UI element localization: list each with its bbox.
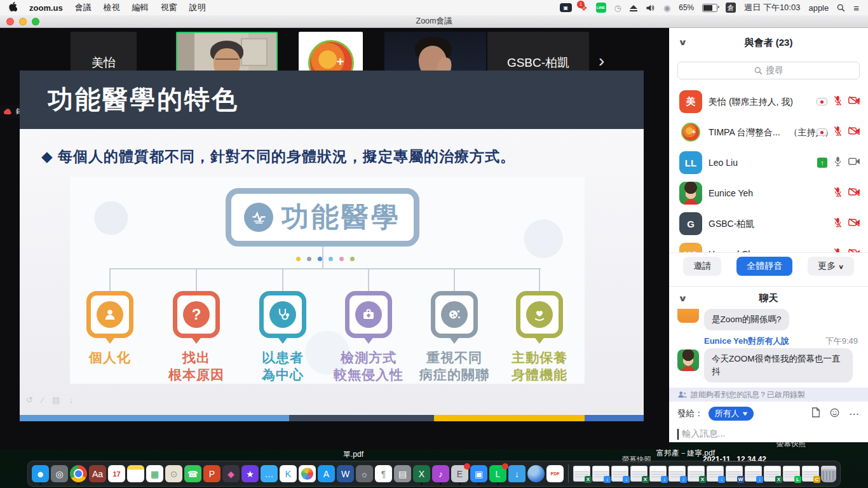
video-muted-icon[interactable] [848, 187, 860, 199]
menubar-clock[interactable]: 週日 下午10:03 [744, 2, 800, 13]
menubar-menu[interactable]: 會議 [75, 2, 92, 13]
dock-minimized-window[interactable]: X [764, 466, 781, 482]
video-muted-icon[interactable] [848, 248, 860, 253]
grid-icon[interactable]: ▤ [52, 395, 60, 405]
participants-search-input[interactable]: 搜尋 [677, 62, 860, 79]
line-status-icon[interactable]: LINE [596, 3, 606, 13]
dock-minimized-window[interactable]: ↓ [649, 466, 667, 482]
dock-minimized-window[interactable]: W [726, 466, 743, 482]
dock-dictionary-icon[interactable]: Aa [89, 465, 106, 482]
dock-notes-icon[interactable] [127, 465, 144, 482]
dock-zoom-icon[interactable]: ▣ [470, 465, 487, 482]
dock-minimized-window[interactable]: L [783, 466, 800, 482]
dock-music-icon[interactable]: ♪ [432, 465, 449, 482]
dock-minimized-window[interactable]: X [630, 466, 648, 482]
dock-minimized-window[interactable]: C [802, 466, 819, 482]
emoji-icon[interactable] [830, 408, 839, 420]
more-options-icon[interactable]: ⋯ [849, 408, 860, 420]
dock-minimized-window[interactable]: ↓ [592, 466, 609, 482]
dock-system-preferences-icon[interactable]: ☼ [356, 465, 373, 482]
dock-minimized-window[interactable]: ↓ [707, 466, 724, 482]
dock-preview-icon[interactable]: ▤ [394, 465, 411, 482]
participant-row[interactable]: 美美怡 (聯席主持人, 我) [669, 86, 868, 117]
extension-icon[interactable]: ❖1 [580, 3, 588, 13]
mute-all-button[interactable]: 全體靜音 [736, 257, 792, 276]
video-muted-icon[interactable] [848, 96, 860, 107]
dock-keynote-icon[interactable]: K [280, 465, 297, 482]
dock-minimized-window[interactable]: ↓ [745, 466, 762, 482]
dock-minimized-window[interactable]: ↓ [668, 466, 686, 482]
participant-row[interactable]: Eunice Yeh [669, 178, 868, 208]
participant-row[interactable]: HCHoward Ch [669, 239, 868, 253]
dock-finder-icon[interactable]: ☻ [32, 465, 49, 482]
collapse-chat-icon[interactable]: ∨ [678, 294, 688, 303]
video-muted-icon[interactable] [848, 218, 860, 229]
eject-icon[interactable] [630, 5, 637, 9]
notification-center-icon[interactable]: ≡ [853, 3, 859, 13]
collapse-participants-icon[interactable]: ∨ [678, 37, 688, 47]
dock-minimized-window[interactable]: X [573, 466, 590, 482]
dock-numbers-icon[interactable]: ▦ [146, 465, 163, 482]
zoom-window-button[interactable] [32, 18, 39, 25]
dock-messages-icon[interactable]: … [261, 465, 278, 482]
mic-muted-icon[interactable] [833, 217, 843, 231]
undo-icon[interactable]: ↺ [26, 395, 33, 405]
dock-textedit-icon[interactable]: ¶ [375, 465, 392, 482]
message-input[interactable]: 輸入訊息... [677, 427, 860, 441]
input-method-icon[interactable]: 倉 [726, 3, 736, 13]
menubar-menu[interactable]: 視窗 [161, 2, 177, 13]
dock-automator-icon[interactable]: ⊙ [165, 465, 182, 482]
dock-powerpoint-icon[interactable]: P [203, 465, 220, 482]
spotlight-search-icon[interactable] [837, 4, 845, 12]
attach-file-icon[interactable] [811, 407, 820, 420]
dock-app-store-icon[interactable]: A [318, 465, 335, 482]
menubar-app-name[interactable]: zoom.us [29, 3, 63, 13]
dock-photo-app-with-badge-icon[interactable]: E [451, 465, 468, 482]
desktop-file-label[interactable]: 單.pdf [328, 449, 379, 460]
dock-chrome-icon[interactable] [70, 465, 87, 482]
battery-icon[interactable] [702, 4, 717, 12]
mic-muted-icon[interactable] [833, 126, 843, 139]
participant-row[interactable]: GGSBC-柏凱 [669, 208, 868, 239]
menubar-user[interactable]: apple [808, 3, 829, 13]
participant-row[interactable]: TIMPA 台灣整合... （主持人） [669, 117, 868, 147]
dock-downloads-folder-icon[interactable]: ↓ [508, 465, 526, 482]
menubar-menu[interactable]: 檢視 [104, 2, 120, 13]
recipient-dropdown[interactable]: 所有人▼ [709, 407, 754, 421]
dock-facetime-icon[interactable]: ☎ [184, 465, 201, 482]
time-machine-icon[interactable]: ◷ [614, 3, 621, 13]
menubar-menu[interactable]: 編輯 [132, 2, 149, 13]
pen-icon[interactable]: ∕ [42, 395, 43, 405]
mic-muted-icon[interactable] [833, 187, 843, 200]
download-icon[interactable]: ↓ [69, 395, 73, 405]
dock-line-icon[interactable]: L [489, 465, 506, 482]
dock-photo-booth-icon[interactable]: ◆ [222, 465, 240, 482]
volume-icon[interactable] [646, 4, 655, 12]
dock-launchpad-icon[interactable]: ◎ [51, 465, 68, 482]
dock-trash-icon[interactable] [821, 466, 836, 482]
dock-imovie-icon[interactable]: ★ [241, 465, 259, 482]
participant-row[interactable]: LLLeo Liu↑ [669, 147, 868, 178]
mic-muted-icon[interactable] [833, 248, 843, 254]
accessibility-icon[interactable]: ◉ [663, 3, 670, 13]
minimize-window-button[interactable] [19, 18, 27, 25]
dock-network-globe-icon[interactable] [527, 465, 545, 482]
zoom-status-icon[interactable]: ▣ [560, 3, 572, 12]
menubar-menu[interactable]: 說明 [189, 2, 206, 13]
dock-calendar-icon[interactable]: 17 [108, 465, 125, 482]
video-icon[interactable] [848, 157, 860, 168]
invite-button[interactable]: 邀請 [683, 257, 721, 276]
dock-word-icon[interactable]: W [337, 465, 354, 482]
dock-minimized-window[interactable]: X [688, 466, 705, 482]
dock-excel-icon[interactable]: X [413, 465, 430, 482]
next-participants-arrow[interactable]: › [599, 51, 604, 71]
mic-muted-icon[interactable] [833, 95, 843, 109]
video-muted-icon[interactable] [848, 126, 860, 138]
apple-menu-icon[interactable] [9, 2, 17, 13]
close-window-button[interactable] [6, 18, 14, 25]
dock-minimized-window[interactable]: ↓ [611, 466, 628, 482]
dock-pdf-document-icon[interactable]: PDF [546, 465, 564, 482]
dock-photos-icon[interactable] [299, 465, 316, 482]
more-button[interactable]: 更多∨ [808, 257, 853, 276]
mic-icon[interactable] [833, 156, 843, 170]
